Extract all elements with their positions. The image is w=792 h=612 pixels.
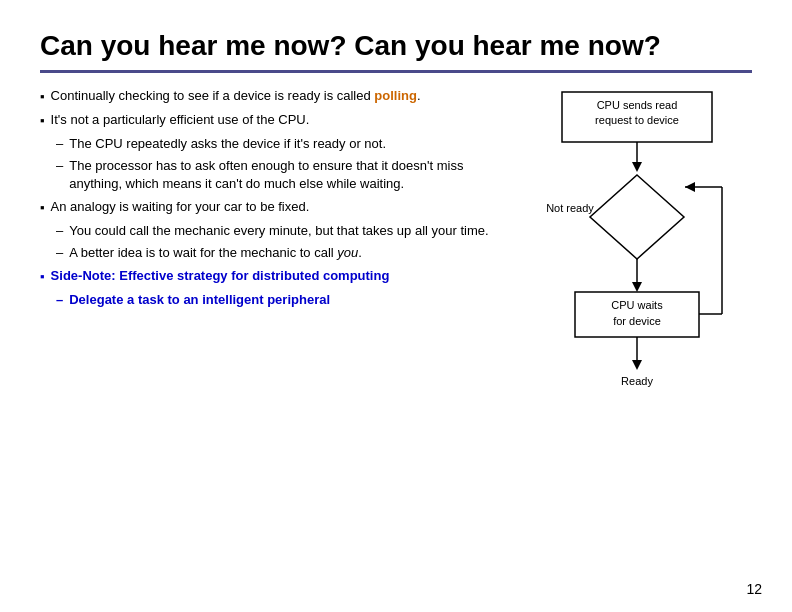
- sub-bullet-3b: – A better idea is to wait for the mecha…: [56, 244, 502, 263]
- sub-text-2a: The CPU repeatedly asks the device if it…: [69, 135, 386, 154]
- sub-bullet-2a: – The CPU repeatedly asks the device if …: [56, 135, 502, 154]
- svg-marker-10: [685, 182, 695, 192]
- slide-title: Can you hear me now? Can you hear me now…: [40, 30, 752, 62]
- sub-bullet-3a: – You could call the mechanic every minu…: [56, 222, 502, 241]
- svg-marker-2: [632, 162, 642, 172]
- sub-text-2b: The processor has to ask often enough to…: [69, 157, 502, 195]
- sub-bullet-4a: – Delegate a task to an intelligent peri…: [56, 291, 502, 310]
- fc-box2-line2: for device: [613, 315, 661, 327]
- italic-you: you: [337, 245, 358, 260]
- bullet-symbol-1: ▪: [40, 88, 45, 107]
- left-column: ▪ Continually checking to see if a devic…: [40, 87, 502, 387]
- bullet-symbol-2: ▪: [40, 112, 45, 131]
- dash-4a: –: [56, 291, 63, 310]
- svg-marker-5: [632, 282, 642, 292]
- slide: Can you hear me now? Can you hear me now…: [0, 0, 792, 612]
- dash-3a: –: [56, 222, 63, 241]
- fc-ready-label: Ready: [621, 375, 653, 387]
- bullet-1: ▪ Continually checking to see if a devic…: [40, 87, 502, 107]
- dash-2b: –: [56, 157, 63, 176]
- bullet-text-3: An analogy is waiting for your car to be…: [51, 198, 502, 217]
- svg-marker-3: [590, 175, 684, 259]
- page-number: 12: [746, 581, 762, 597]
- svg-marker-12: [632, 360, 642, 370]
- fc-box2-line1: CPU waits: [611, 299, 663, 311]
- right-column: CPU sends read request to device CPU wai…: [522, 87, 752, 387]
- title-underline: [40, 70, 752, 73]
- bullet-symbol-3: ▪: [40, 199, 45, 218]
- dash-3b: –: [56, 244, 63, 263]
- bullet-symbol-4: ▪: [40, 268, 45, 287]
- fc-box1-line2: request to device: [595, 114, 679, 126]
- bullet-text-4: Side-Note: Effective strategy for distri…: [51, 267, 502, 286]
- sub-text-3a: You could call the mechanic every minute…: [69, 222, 488, 241]
- polling-text: polling: [374, 88, 417, 103]
- dash-2a: –: [56, 135, 63, 154]
- bullet-text-1: Continually checking to see if a device …: [51, 87, 502, 106]
- bullet-3: ▪ An analogy is waiting for your car to …: [40, 198, 502, 218]
- bullet-text-2: It's not a particularly efficient use of…: [51, 111, 502, 130]
- sub-text-4a: Delegate a task to an intelligent periph…: [69, 291, 330, 310]
- flowchart-svg: CPU sends read request to device CPU wai…: [532, 87, 742, 387]
- sub-text-3b: A better idea is to wait for the mechani…: [69, 244, 362, 263]
- fc-box1-line1: CPU sends read: [597, 99, 678, 111]
- bullet-4: ▪ Side-Note: Effective strategy for dist…: [40, 267, 502, 287]
- sub-bullet-2b: – The processor has to ask often enough …: [56, 157, 502, 195]
- bullet-2: ▪ It's not a particularly efficient use …: [40, 111, 502, 131]
- fc-not-ready-label: Not ready: [546, 202, 594, 214]
- content-area: ▪ Continually checking to see if a devic…: [40, 87, 752, 387]
